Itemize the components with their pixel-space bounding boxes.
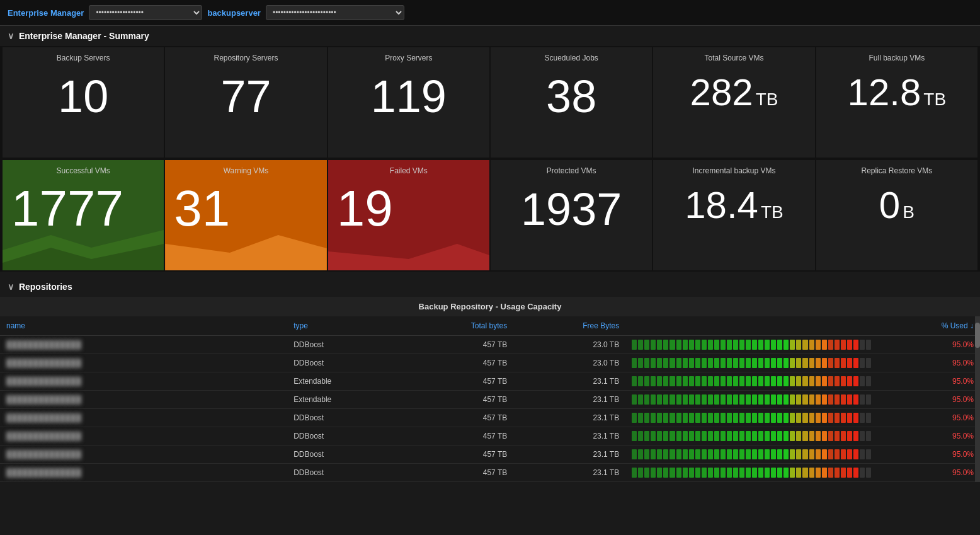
card-value: 10	[58, 74, 108, 119]
stat-card-colored: Incremental backup VMs18.4TB	[653, 160, 814, 270]
card-value: 38	[546, 74, 596, 119]
stat-card-colored: Failed VMs19	[328, 160, 489, 270]
repo-free-bytes: 23.1 TB	[513, 372, 625, 391]
stat-card: Repository Servers77	[165, 47, 326, 158]
repo-free-bytes: 23.0 TB	[513, 336, 625, 354]
repo-usage-bar-cell	[625, 391, 877, 409]
repo-type: DDBoost	[287, 336, 402, 354]
repo-free-bytes: 23.1 TB	[513, 464, 625, 482]
repo-name: ██████████████	[0, 427, 287, 446]
repo-type: DDBoost	[287, 446, 402, 464]
repo-pct-used: 95.0%	[877, 409, 980, 427]
summary-title: Enterprise Manager - Summary	[19, 31, 149, 41]
card-title: Successful VMs	[11, 166, 155, 175]
card-title: Scueduled Jobs	[544, 54, 598, 62]
card-title: Proxy Servers	[385, 54, 432, 62]
card-value: 1937	[521, 187, 622, 232]
card-value: 77	[220, 74, 271, 119]
card-title: Failed VMs	[337, 166, 481, 175]
repo-total-bytes: 457 TB	[402, 446, 513, 464]
card-value: 19	[337, 183, 393, 234]
table-header-name[interactable]: name	[0, 316, 287, 336]
card-title: Protected VMs	[499, 166, 643, 175]
repo-usage-bar-cell	[625, 464, 877, 482]
stat-card: Proxy Servers119	[328, 47, 489, 158]
card-title: Full backup VMs	[869, 54, 925, 62]
repo-total-bytes: 457 TB	[402, 427, 513, 446]
repo-total-bytes: 457 TB	[402, 464, 513, 482]
repo-name: ██████████████	[0, 464, 287, 482]
repo-pct-used: 95.0%	[877, 464, 980, 482]
em-dropdown[interactable]: ••••••••••••••••••	[89, 5, 202, 20]
repo-usage-bar-cell	[625, 372, 877, 391]
table-row[interactable]: ██████████████DDBoost457 TB23.0 TB95.0%	[0, 354, 980, 372]
backupserver-link[interactable]: backupserver	[207, 8, 261, 18]
repositories-title: Repositories	[19, 282, 72, 292]
card-value: 18.4TB	[685, 187, 783, 224]
repo-table-wrapper: Backup Repository - Usage Capacity namet…	[0, 297, 980, 482]
repo-usage-bar-cell	[625, 354, 877, 372]
stat-card-colored: Protected VMs1937	[491, 160, 652, 270]
table-row[interactable]: ██████████████DDBoost457 TB23.1 TB95.0%	[0, 464, 980, 482]
card-value: 0B	[879, 187, 914, 224]
table-row[interactable]: ██████████████DDBoost457 TB23.1 TB95.0%	[0, 409, 980, 427]
table-row[interactable]: ██████████████Extendable457 TB23.1 TB95.…	[0, 372, 980, 391]
repo-free-bytes: 23.1 TB	[513, 391, 625, 409]
card-value: 119	[371, 74, 447, 119]
repo-pct-used: 95.0%	[877, 354, 980, 372]
scrollbar[interactable]	[975, 316, 980, 482]
scrollbar-thumb[interactable]	[975, 323, 980, 348]
repo-type: DDBoost	[287, 464, 402, 482]
table-row[interactable]: ██████████████DDBoost457 TB23.0 TB95.0%	[0, 336, 980, 354]
repo-name: ██████████████	[0, 409, 287, 427]
table-header-type: type	[287, 316, 402, 336]
stat-card-colored: Warning VMs31	[165, 160, 326, 270]
repo-name: ██████████████	[0, 446, 287, 464]
repositories-chevron: ∨	[8, 282, 14, 292]
repo-free-bytes: 23.1 TB	[513, 446, 625, 464]
card-value: 282TB	[690, 74, 778, 112]
repo-pct-used: 95.0%	[877, 446, 980, 464]
stat-card-colored: Replica Restore VMs0B	[816, 160, 977, 270]
repo-usage-bar-cell	[625, 446, 877, 464]
repo-total-bytes: 457 TB	[402, 354, 513, 372]
card-value: 1777	[11, 183, 123, 234]
repo-free-bytes: 23.0 TB	[513, 354, 625, 372]
usage-bar	[632, 449, 871, 459]
stat-card: Full backup VMs12.8TB	[816, 47, 977, 158]
top-nav: Enterprise Manager •••••••••••••••••• ba…	[0, 0, 980, 26]
card-title: Incremental backup VMs	[662, 166, 806, 175]
repo-type: Extendable	[287, 372, 402, 391]
usage-bar	[632, 394, 871, 405]
usage-bar	[632, 376, 871, 386]
backupserver-dropdown[interactable]: ••••••••••••••••••••••••	[266, 5, 404, 20]
repo-total-bytes: 457 TB	[402, 336, 513, 354]
repo-usage-bar-cell	[625, 409, 877, 427]
repo-table: nametypeTotal bytesFree Bytes% Used ↓ ██…	[0, 316, 980, 482]
repo-name: ██████████████	[0, 391, 287, 409]
card-title: Warning VMs	[174, 166, 317, 175]
table-row[interactable]: ██████████████DDBoost457 TB23.1 TB95.0%	[0, 427, 980, 446]
repositories-section-header[interactable]: ∨ Repositories	[0, 277, 980, 297]
table-row[interactable]: ██████████████DDBoost457 TB23.1 TB95.0%	[0, 446, 980, 464]
stat-card: Scueduled Jobs38	[491, 47, 652, 158]
repositories-section: ∨ Repositories Backup Repository - Usage…	[0, 277, 980, 482]
repo-name: ██████████████	[0, 372, 287, 391]
table-header-pct_used[interactable]: % Used ↓	[877, 316, 980, 336]
repo-usage-bar-cell	[625, 336, 877, 354]
repo-free-bytes: 23.1 TB	[513, 409, 625, 427]
table-header-bar	[625, 316, 877, 336]
table-row[interactable]: ██████████████Extendable457 TB23.1 TB95.…	[0, 391, 980, 409]
repo-type: DDBoost	[287, 409, 402, 427]
repo-usage-bar-cell	[625, 427, 877, 446]
summary-grid-row1: Backup Servers10Repository Servers77Prox…	[0, 46, 980, 159]
summary-section-header[interactable]: ∨ Enterprise Manager - Summary	[0, 26, 980, 46]
enterprise-manager-link[interactable]: Enterprise Manager	[8, 8, 84, 18]
repo-pct-used: 95.0%	[877, 427, 980, 446]
card-title: Repository Servers	[214, 54, 278, 62]
usage-bar	[632, 468, 871, 478]
repo-pct-used: 95.0%	[877, 391, 980, 409]
repo-total-bytes: 457 TB	[402, 391, 513, 409]
usage-bar	[632, 340, 871, 350]
repo-free-bytes: 23.1 TB	[513, 427, 625, 446]
